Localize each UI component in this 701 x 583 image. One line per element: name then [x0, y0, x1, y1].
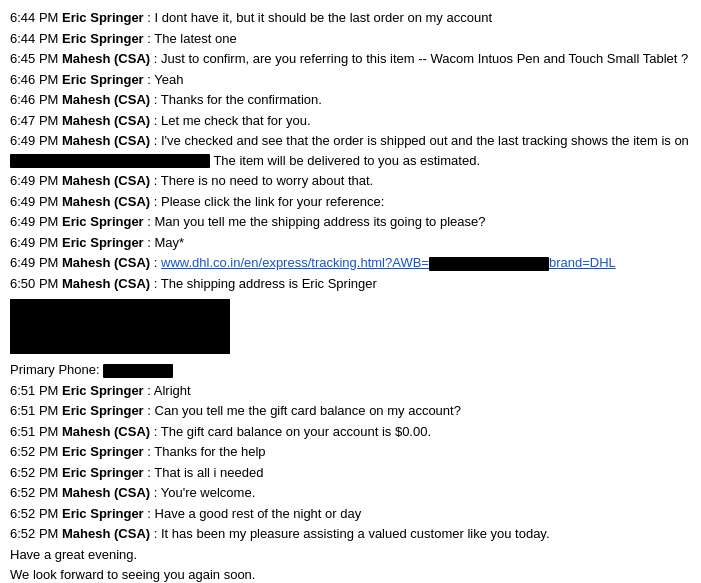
- message-text: May*: [155, 235, 185, 250]
- message-text: Man you tell me the shipping address its…: [155, 214, 486, 229]
- speaker: Eric Springer :: [62, 72, 154, 87]
- chat-line-3: 6:45 PM Mahesh (CSA) : Just to confirm, …: [10, 49, 691, 69]
- message-text: It has been my pleasure assisting a valu…: [161, 526, 550, 541]
- chat-line-7: 6:49 PM Mahesh (CSA) : I've checked and …: [10, 131, 691, 170]
- timestamp: 6:52 PM: [10, 526, 62, 541]
- chat-line-14: 6:51 PM Eric Springer : Alright: [10, 381, 691, 401]
- chat-line-16: 6:51 PM Mahesh (CSA) : The gift card bal…: [10, 422, 691, 442]
- speaker: Mahesh (CSA) :: [62, 92, 161, 107]
- speaker: Mahesh (CSA) :: [62, 276, 161, 291]
- primary-phone-line: Primary Phone:: [10, 360, 691, 380]
- timestamp: 6:46 PM: [10, 72, 62, 87]
- timestamp: 6:52 PM: [10, 506, 62, 521]
- chat-line-10: 6:49 PM Eric Springer : Man you tell me …: [10, 212, 691, 232]
- speaker: Eric Springer :: [62, 444, 154, 459]
- speaker: Eric Springer :: [62, 403, 154, 418]
- chat-line-17: 6:52 PM Eric Springer : Thanks for the h…: [10, 442, 691, 462]
- message-text: Have a great evening.: [10, 547, 137, 562]
- speaker: Mahesh (CSA) :: [62, 485, 161, 500]
- speaker: Mahesh (CSA) :: [62, 526, 161, 541]
- chat-line-12: 6:49 PM Mahesh (CSA) : www.dhl.co.in/en/…: [10, 253, 691, 273]
- message-text: There is no need to worry about that.: [161, 173, 373, 188]
- message-text: Thanks for the confirmation.: [161, 92, 322, 107]
- chat-line-15: 6:51 PM Eric Springer : Can you tell me …: [10, 401, 691, 421]
- message-text: We look forward to seeing you again soon…: [10, 567, 255, 582]
- chat-line-6: 6:47 PM Mahesh (CSA) : Let me check that…: [10, 111, 691, 131]
- redacted-awb: [429, 257, 549, 271]
- message-text: Can you tell me the gift card balance on…: [155, 403, 461, 418]
- timestamp: 6:49 PM: [10, 255, 62, 270]
- speaker: Mahesh (CSA) :: [62, 173, 161, 188]
- message-text: The shipping address is Eric Springer: [161, 276, 377, 291]
- message-text: You're welcome.: [161, 485, 256, 500]
- timestamp: 6:49 PM: [10, 133, 62, 148]
- timestamp: 6:52 PM: [10, 485, 62, 500]
- timestamp: 6:49 PM: [10, 194, 62, 209]
- speaker: Eric Springer :: [62, 506, 154, 521]
- timestamp: 6:51 PM: [10, 383, 62, 398]
- speaker: Mahesh (CSA) :: [62, 194, 161, 209]
- chat-line-4: 6:46 PM Eric Springer : Yeah: [10, 70, 691, 90]
- redacted-address-block: [10, 299, 230, 354]
- message-text: Have a good rest of the night or day: [155, 506, 362, 521]
- chat-line-5: 6:46 PM Mahesh (CSA) : Thanks for the co…: [10, 90, 691, 110]
- chat-container: 6:44 PM Eric Springer : I dont have it, …: [10, 8, 691, 583]
- timestamp: 6:50 PM: [10, 276, 62, 291]
- message-text: Just to confirm, are you referring to th…: [161, 51, 688, 66]
- timestamp: 6:52 PM: [10, 465, 62, 480]
- timestamp: 6:47 PM: [10, 113, 62, 128]
- speaker: Eric Springer :: [62, 214, 154, 229]
- redacted-tracking: [10, 154, 210, 168]
- speaker: Mahesh (CSA) :: [62, 113, 161, 128]
- speaker: Eric Springer :: [62, 10, 154, 25]
- speaker: Mahesh (CSA) :: [62, 424, 161, 439]
- speaker: Mahesh (CSA) :: [62, 255, 161, 270]
- chat-line-19: 6:52 PM Mahesh (CSA) : You're welcome.: [10, 483, 691, 503]
- speaker: Mahesh (CSA) :: [62, 133, 161, 148]
- message-text: Yeah: [154, 72, 183, 87]
- chat-line-23: We look forward to seeing you again soon…: [10, 565, 691, 583]
- timestamp: 6:45 PM: [10, 51, 62, 66]
- chat-line-2: 6:44 PM Eric Springer : The latest one: [10, 29, 691, 49]
- chat-line-13: 6:50 PM Mahesh (CSA) : The shipping addr…: [10, 274, 691, 294]
- chat-line-18: 6:52 PM Eric Springer : That is all i ne…: [10, 463, 691, 483]
- chat-line-8: 6:49 PM Mahesh (CSA) : There is no need …: [10, 171, 691, 191]
- speaker: Eric Springer :: [62, 31, 154, 46]
- message-text: Please click the link for your reference…: [161, 194, 384, 209]
- message-text: That is all i needed: [154, 465, 263, 480]
- timestamp: 6:49 PM: [10, 173, 62, 188]
- chat-line-22: Have a great evening.: [10, 545, 691, 565]
- timestamp: 6:46 PM: [10, 92, 62, 107]
- redacted-phone: [103, 364, 173, 378]
- timestamp: 6:49 PM: [10, 235, 62, 250]
- chat-line-1: 6:44 PM Eric Springer : I dont have it, …: [10, 8, 691, 28]
- timestamp: 6:52 PM: [10, 444, 62, 459]
- timestamp: 6:44 PM: [10, 10, 62, 25]
- chat-line-20: 6:52 PM Eric Springer : Have a good rest…: [10, 504, 691, 524]
- link-suffix[interactable]: brand=DHL: [549, 255, 616, 270]
- chat-line-21: 6:52 PM Mahesh (CSA) : It has been my pl…: [10, 524, 691, 544]
- message-text: The latest one: [154, 31, 236, 46]
- chat-line-9: 6:49 PM Mahesh (CSA) : Please click the …: [10, 192, 691, 212]
- message-text: I dont have it, but it should be the las…: [155, 10, 492, 25]
- message-text: Thanks for the help: [154, 444, 265, 459]
- primary-phone-label: Primary Phone:: [10, 362, 100, 377]
- chat-line-11: 6:49 PM Eric Springer : May*: [10, 233, 691, 253]
- message-link[interactable]: www.dhl.co.in/en/express/tracking.html?A…: [161, 255, 429, 270]
- speaker: Eric Springer :: [62, 383, 154, 398]
- timestamp: 6:44 PM: [10, 31, 62, 46]
- speaker: Mahesh (CSA) :: [62, 51, 161, 66]
- timestamp: 6:49 PM: [10, 214, 62, 229]
- message-text: Let me check that for you.: [161, 113, 311, 128]
- message-text: Alright: [154, 383, 191, 398]
- timestamp: 6:51 PM: [10, 403, 62, 418]
- timestamp: 6:51 PM: [10, 424, 62, 439]
- speaker: Eric Springer :: [62, 235, 154, 250]
- message-text: The gift card balance on your account is…: [161, 424, 431, 439]
- speaker: Eric Springer :: [62, 465, 154, 480]
